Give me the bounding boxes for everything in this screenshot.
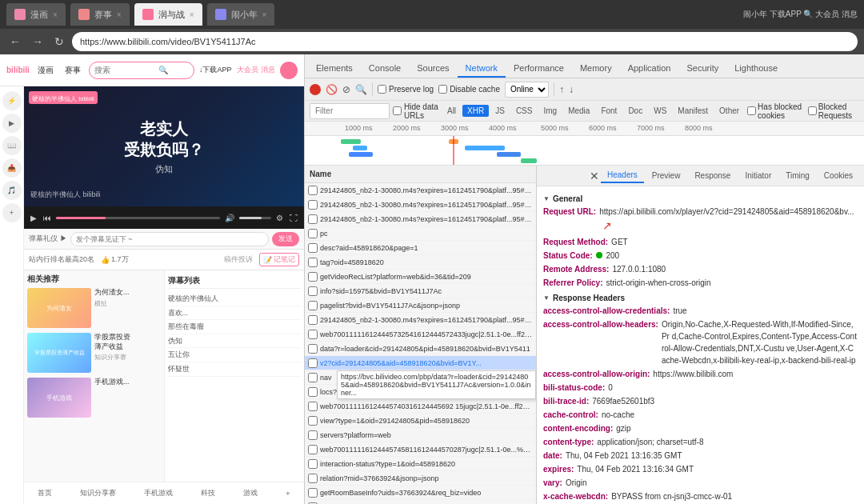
details-tab-preview[interactable]: Preview — [646, 169, 687, 182]
bili-side-icon-4[interactable]: 📥 — [2, 158, 22, 178]
net-row-reclist[interactable]: getVideoRecList?platform=web&id=36&tid=2… — [305, 270, 536, 284]
net-row-checkbox-data[interactable] — [308, 344, 318, 354]
net-row-like[interactable]: like?aid=458918620 — [305, 500, 536, 504]
throttle-select[interactable]: Online — [505, 82, 549, 98]
bili-nav-saishi[interactable]: 赛事 — [62, 63, 84, 78]
net-row-m4s2[interactable]: 291424805_nb2-1-30080.m4s?expires=161245… — [305, 313, 536, 327]
filter-doc[interactable]: Doc — [623, 105, 647, 117]
filter-js[interactable]: JS — [490, 105, 510, 117]
net-row-web3[interactable]: web700111116124445745811612444570287jugc… — [305, 442, 536, 457]
vol-icon[interactable]: 🔊 — [223, 212, 236, 224]
tab-runyu-zhan[interactable]: 润与战 × — [134, 3, 202, 26]
tab-console[interactable]: Console — [361, 60, 409, 78]
net-row-checkbox-2[interactable] — [308, 214, 318, 224]
bottom-nav-home[interactable]: 首页 — [38, 488, 52, 498]
details-tab-response[interactable]: Response — [688, 169, 737, 182]
forward-button[interactable]: → — [29, 34, 46, 50]
tab-network[interactable]: Network — [458, 60, 506, 78]
filter-css[interactable]: CSS — [511, 105, 538, 117]
report-button[interactable]: 稿件投诉 — [224, 254, 253, 265]
net-row-checkbox-locs[interactable] — [308, 387, 318, 397]
bili-side-icon-1[interactable]: ⚡ — [2, 91, 22, 110]
bili-side-icon-5[interactable]: 🎵 — [2, 181, 22, 200]
net-row-checkbox-1[interactable] — [308, 200, 318, 210]
tab-close-nao[interactable]: × — [262, 10, 267, 19]
rec-item-0[interactable]: 为何渣女 为何渣女... 横扯 — [27, 288, 161, 328]
filter-all[interactable]: All — [442, 105, 461, 117]
net-row-pagelist[interactable]: pagelist?bvid=BV1Y5411J7Ac&jsonp=jsonp — [305, 298, 536, 313]
hide-data-urls-label[interactable]: Hide data URLs — [393, 102, 439, 120]
bili-side-icon-2[interactable]: ▶ — [2, 114, 22, 133]
tab-manhua[interactable]: 漫画 × — [6, 3, 66, 26]
danmu-gift-label[interactable]: 弹幕礼仪 ▶ — [29, 234, 67, 244]
filter-xhr[interactable]: XHR — [462, 105, 489, 117]
clear-icon[interactable]: 🚫 — [326, 84, 338, 95]
import-icon[interactable]: ↑ — [559, 84, 564, 95]
net-row-checkbox-desc[interactable] — [308, 243, 318, 253]
details-close-button[interactable]: ✕ — [590, 170, 599, 182]
has-blocked-checkbox[interactable] — [747, 106, 756, 115]
bili-side-icon-6[interactable]: + — [2, 203, 22, 222]
search-network-icon[interactable]: 🔍 — [355, 84, 367, 95]
net-row-2[interactable]: 291424805_nb2-1-30080.m4s?expires=161245… — [305, 212, 536, 226]
blocked-requests-checkbox[interactable] — [808, 106, 817, 115]
net-row-desc[interactable]: desc?aid=458918620&page=1 — [305, 241, 536, 255]
net-row-relation[interactable]: relation?mid=37663924&jsonp=jsonp — [305, 471, 536, 486]
net-row-checkbox-interaction[interactable] — [308, 459, 318, 469]
net-row-checkbox-0[interactable] — [308, 186, 318, 195]
details-tab-timing[interactable]: Timing — [779, 169, 816, 182]
bottom-nav-game[interactable]: 游戏 — [243, 488, 258, 498]
filter-input[interactable] — [310, 103, 390, 119]
bottom-nav-mobile[interactable]: 手机游戏 — [144, 488, 173, 498]
play-button[interactable]: ▶ — [29, 212, 38, 224]
net-row-room[interactable]: getRoomBaseInfo?uids=37663924&req_biz=vi… — [305, 486, 536, 500]
bili-download[interactable]: ↓下载APP — [199, 65, 232, 75]
tab-lighthouse[interactable]: Lighthouse — [726, 60, 786, 78]
bili-search-bar[interactable]: 🔍 — [89, 62, 194, 79]
net-row-checkbox-web2[interactable] — [308, 402, 318, 411]
tab-close-active[interactable]: × — [190, 10, 194, 19]
address-input[interactable] — [72, 32, 858, 51]
net-row-checkbox-info[interactable] — [308, 286, 318, 296]
net-row-checkbox-nav[interactable] — [308, 373, 318, 382]
net-row-web2[interactable]: web700111116124445740316124445692 15jugc… — [305, 399, 536, 414]
volume-slider[interactable] — [239, 217, 271, 219]
preserve-log-checkbox[interactable] — [378, 85, 386, 94]
filter-font[interactable]: Font — [596, 105, 622, 117]
bili-avatar[interactable] — [280, 62, 298, 79]
search-icon[interactable]: 🔍 — [158, 66, 168, 74]
blocked-requests-label[interactable]: Blocked Requests — [808, 102, 859, 120]
settings-icon[interactable]: ⚙ — [274, 212, 285, 224]
net-row-checkbox-m4s2[interactable] — [308, 315, 318, 325]
net-row-checkbox-servers[interactable] — [308, 430, 318, 440]
preserve-log-label[interactable]: Preserve log — [378, 85, 434, 94]
bottom-nav-tech[interactable]: 科技 — [201, 488, 215, 498]
back-button[interactable]: ← — [6, 34, 24, 50]
net-row-checkbox-tag[interactable] — [308, 258, 318, 267]
bottom-nav-add[interactable]: + — [286, 490, 290, 498]
filter-ws[interactable]: WS — [649, 105, 671, 117]
tab-security[interactable]: Security — [678, 60, 726, 78]
export-icon[interactable]: ↓ — [569, 84, 574, 95]
bili-logo[interactable]: bilibili — [6, 66, 30, 74]
net-row-pc[interactable]: pc — [305, 226, 536, 241]
net-row-data[interactable]: data?r=loader&cid=291424805&pid=45891862… — [305, 342, 536, 356]
bili-search-input[interactable] — [94, 66, 158, 74]
prev-button[interactable]: ⏮ — [42, 212, 53, 224]
net-row-checkbox-pagelist[interactable] — [308, 301, 318, 310]
tab-application[interactable]: Application — [620, 60, 679, 78]
progress-bar[interactable] — [56, 217, 220, 219]
video-player[interactable]: 老实人受欺负吗？ 伪知 硬核的半佛仙人 bilibili 硬核的半佛仙人 bil… — [24, 86, 304, 206]
rec-item-1[interactable]: 学股票投资薄产收益 学股票投资薄产收益 知识分享赛 — [27, 333, 161, 373]
net-row-checkbox-web1[interactable] — [308, 330, 318, 339]
details-tab-cookies[interactable]: Cookies — [818, 169, 859, 182]
net-row-1[interactable]: 291424805_nb2-1-30080.m4s?expires=161245… — [305, 198, 536, 212]
tab-close-manhua[interactable]: × — [53, 10, 58, 19]
details-tab-headers[interactable]: Headers — [601, 168, 644, 183]
net-row-checkbox-v2[interactable] — [308, 358, 318, 368]
net-row-checkbox-pc[interactable] — [308, 229, 318, 238]
filter-icon[interactable]: ⊘ — [342, 84, 350, 95]
tab-sources[interactable]: Sources — [409, 60, 457, 78]
net-row-0[interactable]: 291424805_nb2-1-30080.m4s?expires=161245… — [305, 183, 536, 198]
danmu-input[interactable] — [70, 232, 269, 246]
